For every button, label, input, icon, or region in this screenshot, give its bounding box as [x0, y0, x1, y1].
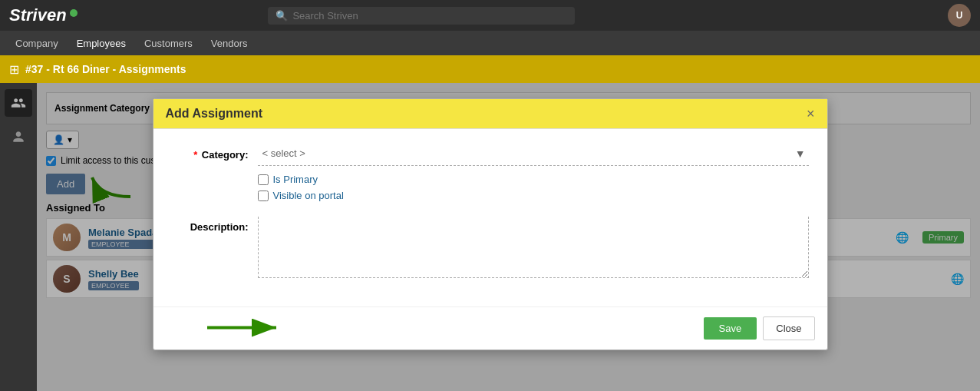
avatar[interactable]: U [948, 4, 971, 27]
visible-portal-checkbox[interactable] [258, 191, 269, 201]
top-navigation: Striven 🔍 U [0, 0, 980, 31]
modal-footer: Save Close [153, 307, 827, 350]
nav-company[interactable]: Company [15, 38, 58, 49]
description-control [258, 217, 809, 280]
page-title-bar: ⊞ #37 - Rt 66 Diner - Assignments [0, 55, 980, 83]
close-modal-button[interactable]: Close [763, 316, 814, 340]
search-input[interactable] [292, 10, 446, 22]
modal-close-button[interactable]: × [807, 107, 815, 121]
add-assignment-modal: Add Assignment × * Category: < select > … [153, 98, 828, 350]
category-label: * Category: [172, 144, 249, 161]
grid-icon: ⊞ [9, 62, 19, 77]
category-select-wrap[interactable]: < select > ▼ [258, 144, 809, 166]
modal-header: Add Assignment × [153, 99, 827, 129]
main-content: Assignment Category < All > Assign 👤 ▾ L… [0, 83, 980, 391]
secondary-navigation: Company Employees Customers Vendors [0, 31, 980, 55]
modal-body: * Category: < select > ▼ Is Primary [153, 129, 827, 307]
description-form-row: Description: [172, 217, 809, 280]
description-label: Description: [172, 217, 249, 233]
page-title: #37 - Rt 66 Diner - Assignments [25, 63, 186, 75]
nav-vendors[interactable]: Vendors [211, 38, 248, 49]
required-indicator: * [193, 149, 197, 161]
category-control: < select > ▼ Is Primary Visible on porta… [258, 144, 809, 206]
modal-title: Add Assignment [166, 107, 263, 121]
logo-dot [70, 9, 78, 17]
logo-text: Striven [9, 5, 67, 25]
visible-portal-label: Visible on portal [273, 190, 344, 201]
save-button[interactable]: Save [704, 317, 757, 340]
is-primary-row: Is Primary [258, 174, 809, 185]
is-primary-label: Is Primary [273, 174, 318, 185]
chevron-down-icon: ▼ [795, 147, 809, 160]
visible-portal-row: Visible on portal [258, 190, 809, 201]
nav-customers[interactable]: Customers [144, 38, 193, 49]
search-bar[interactable]: 🔍 [268, 7, 575, 25]
is-primary-checkbox[interactable] [258, 174, 269, 185]
save-arrow-indicator [200, 313, 292, 343]
nav-employees[interactable]: Employees [77, 38, 126, 49]
logo: Striven [9, 5, 78, 25]
modal-overlay: Add Assignment × * Category: < select > … [0, 83, 980, 391]
description-textarea[interactable] [258, 217, 809, 278]
category-form-row: * Category: < select > ▼ Is Primary [172, 144, 809, 206]
search-icon: 🔍 [276, 10, 288, 22]
category-placeholder: < select > [258, 144, 795, 162]
